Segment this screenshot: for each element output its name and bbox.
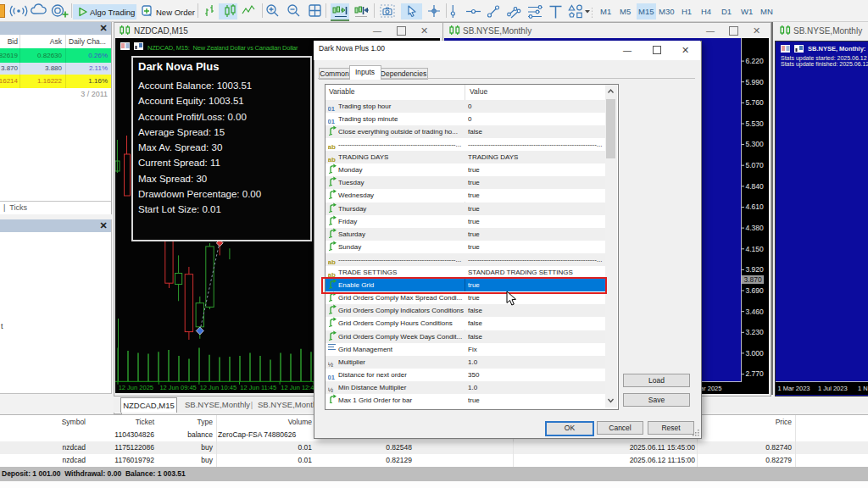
svg-text:2.770: 2.770	[746, 369, 765, 378]
svg-text:3.870: 3.870	[744, 275, 763, 284]
svg-text:3.460: 3.460	[746, 308, 765, 316]
svg-text:5.760: 5.760	[746, 98, 765, 107]
svg-text:5.300: 5.300	[746, 140, 765, 148]
svg-text:5.990: 5.990	[746, 78, 765, 86]
svg-text:4.150: 4.150	[746, 245, 765, 253]
svg-text:3.920: 3.920	[746, 265, 765, 274]
svg-text:3.690: 3.690	[746, 286, 765, 295]
svg-text:5.530: 5.530	[746, 119, 765, 128]
svg-text:6.220: 6.220	[746, 57, 765, 65]
svg-text:4.610: 4.610	[746, 202, 765, 211]
svg-text:3.000: 3.000	[746, 349, 765, 358]
svg-text:3.230: 3.230	[746, 328, 765, 336]
svg-text:4.840: 4.840	[746, 182, 765, 191]
svg-text:5.070: 5.070	[746, 161, 765, 169]
svg-text:4.380: 4.380	[746, 224, 765, 232]
